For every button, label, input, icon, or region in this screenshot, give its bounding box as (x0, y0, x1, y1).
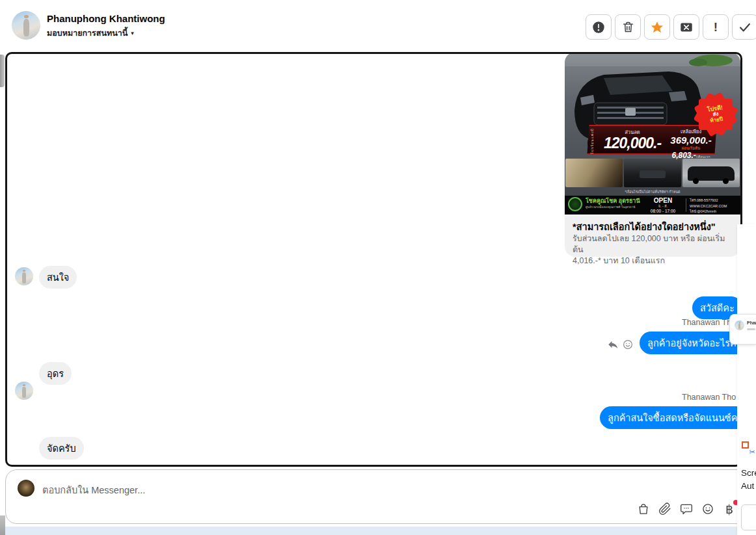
toast-secondary-line (747, 328, 755, 330)
incoming-message-bubble[interactable]: สนใจ (39, 266, 77, 289)
snip-toast-subtitle: Aut (741, 481, 754, 491)
comment-dots-icon (680, 502, 693, 515)
dealer-website: WWW.CKC2CAR.COM (690, 203, 739, 209)
mark-unread-button[interactable] (673, 14, 699, 40)
assign-conversation-dropdown[interactable]: มอบหมายการสนทนานี้ ▾ (47, 27, 134, 40)
ad-caption-title: *สามารถเลือกได้อย่างใดอย่างหนึ่ง" (573, 221, 733, 233)
outgoing-sender-label: Thanawan Tho (682, 393, 736, 402)
installment-value: 6,803.-/เดือนแรก (669, 151, 713, 159)
ad-caption-line2: 4,016.-* บาท 10 เดือนแรก (573, 255, 733, 267)
ad-caption-bubble[interactable]: *สามารถเลือกได้อย่างใดอย่างหนึ่ง" รับส่ว… (565, 216, 740, 257)
window-bottom-strip (0, 527, 756, 535)
dealer-name: โชคคูณโชค อุดรธานี (586, 198, 641, 205)
dealer-tagline: ศูนย์รวมรถมือสองคุณภาพดี ในอุดรธานี (586, 205, 641, 209)
thumbnail-interior (565, 159, 623, 187)
promo-badge: โปรดี! ส่ง ท้ายปี (699, 99, 733, 130)
chevron-down-icon: ▾ (131, 30, 134, 36)
discount-value: 120,000.- (597, 136, 668, 151)
shopping-bag-icon (637, 502, 650, 515)
emoji-button[interactable] (701, 502, 715, 516)
trash-icon (621, 20, 635, 34)
baht-icon: ฿ (725, 502, 733, 517)
thumbnail-side (682, 159, 740, 187)
message-input[interactable]: ตอบกลับใน Messenger... (42, 482, 145, 497)
conversation-header: Phanuphong Khantiwong มอบหมายการสนทนานี้… (0, 0, 756, 49)
page-avatar (18, 480, 34, 497)
snip-toast-button[interactable] (741, 504, 756, 530)
incoming-message-bubble[interactable]: จัดครับ (39, 437, 84, 460)
payment-button[interactable]: ฿ (722, 502, 736, 516)
contact-name[interactable]: Phanuphong Khantiwong (47, 13, 165, 24)
scissors-icon: ✂ (749, 448, 755, 456)
left-edge-sliver (0, 55, 5, 87)
contact-avatar[interactable] (12, 11, 40, 40)
outgoing-sender-label: Thanawan Tho (682, 318, 736, 327)
contact-notification-toast[interactable]: Phanu (729, 314, 756, 345)
outgoing-message-bubble[interactable]: ลูกค้าสนใจซื้อสดหรือจัดแนนซ์คะ (600, 406, 750, 429)
price-banner: โปรร้อนแห่งปี ส่วนลด 120,000.- เหลือเพีย… (587, 125, 716, 155)
mark-important-button[interactable]: ! (703, 14, 729, 40)
saved-replies-button[interactable] (679, 502, 694, 516)
report-button[interactable] (586, 14, 612, 40)
snip-selection-icon (742, 441, 749, 449)
left-edge-sliver (0, 515, 5, 535)
dealer-line-id: ไลน์:@042fvmnh (690, 209, 739, 215)
installment-suffix: /เดือนแรก (696, 155, 710, 159)
smiley-icon (701, 502, 714, 515)
sender-avatar[interactable] (15, 382, 33, 400)
star-button[interactable] (644, 14, 670, 40)
ad-photo-background: โปรดี! ส่ง ท้ายปี โปรร้อนแห่งปี ส่วนลด 1… (565, 52, 740, 215)
star-icon (650, 20, 664, 34)
reply-button[interactable] (607, 339, 619, 350)
sender-avatar[interactable] (15, 267, 33, 285)
react-emoji-button[interactable] (622, 339, 634, 350)
mail-x-icon (679, 20, 694, 34)
mark-done-button[interactable] (732, 14, 756, 40)
open-days: จ. - ส. (644, 204, 682, 209)
incoming-message-bubble[interactable]: อุดร (39, 362, 72, 385)
footer-divider (686, 198, 686, 212)
assign-conversation-label: มอบหมายการสนทนานี้ (47, 27, 128, 40)
dealer-phone: โทร.088-5577932 (690, 198, 739, 203)
shop-bag-button[interactable] (636, 502, 651, 516)
attach-file-button[interactable] (658, 502, 672, 516)
paperclip-icon (658, 502, 671, 515)
ad-terms-text: *เงื่อนไขเป็นไปตามที่บริษัทฯ กำหนด (565, 189, 740, 194)
promo-badge-line3: ท้ายปี (710, 116, 723, 124)
open-label: OPEN (644, 198, 682, 204)
open-hours: 08:00 - 17:00 (644, 209, 682, 214)
ad-attachment-image[interactable]: โปรดี! ส่ง ท้ายปี โปรร้อนแห่งปี ส่วนลด 1… (565, 52, 740, 215)
snip-toast-icon: ✂ (742, 441, 753, 453)
reply-icon (607, 339, 619, 350)
toast-contact-name: Phanu (747, 320, 756, 325)
smiley-icon (622, 339, 634, 350)
dealer-logo-icon (568, 197, 582, 211)
toast-avatar (735, 320, 744, 330)
ad-caption-line1: รับส่วนลดไปเลย 120,000 บาท หรือ ผ่อนเริ่… (573, 233, 733, 255)
thumbnail-front (624, 159, 681, 187)
delete-button[interactable] (615, 14, 641, 40)
remaining-value: 369,000.- (669, 135, 713, 145)
snip-toast-title: Scre (741, 468, 756, 478)
exclamation-icon: ! (714, 20, 718, 34)
banner-side-text: โปรร้อนแห่งปี (589, 128, 595, 154)
reply-composer[interactable]: ตอบกลับใน Messenger... (5, 469, 751, 524)
alert-circle-icon (591, 20, 606, 34)
check-icon (738, 20, 752, 34)
dealer-footer: โชคคูณโชค อุดรธานี ศูนย์รวมรถมือสองคุณภา… (565, 196, 740, 215)
